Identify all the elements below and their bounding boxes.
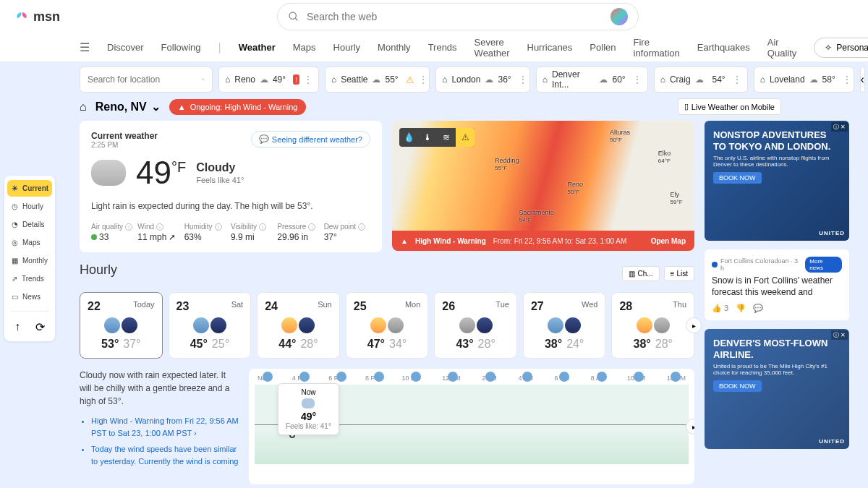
nav-weather[interactable]: Weather <box>239 42 276 53</box>
hourly-bullet[interactable]: Today the wind speeds have been similar … <box>91 443 239 467</box>
hourly-bullet[interactable]: High Wind - Warning from Fri 22, 9:56 AM… <box>91 415 239 439</box>
comment-icon[interactable]: 💬 <box>753 304 763 313</box>
ad-cta[interactable]: BOOK NOW <box>713 380 762 392</box>
nav-hurricanes[interactable]: Hurricanes <box>527 42 573 53</box>
more-icon[interactable]: ⋮ <box>304 74 312 85</box>
info-icon[interactable]: i <box>215 223 222 231</box>
day-card[interactable]: 23Sat45°25° <box>169 292 252 359</box>
map-wind-icon[interactable]: ≋ <box>437 128 456 147</box>
thumbs-down-icon[interactable]: 👎 <box>736 304 746 313</box>
home-icon: ⌂ <box>331 74 336 85</box>
rain-icon <box>299 372 310 382</box>
nav-fire[interactable]: Fire information <box>634 37 680 59</box>
sun-icon: ☀ <box>12 184 18 192</box>
nav-following[interactable]: Following <box>161 42 201 53</box>
svg-point-1 <box>203 79 204 80</box>
chart-tooltip: Now 49° Feels like: 41° <box>278 383 339 435</box>
side-details[interactable]: ◔Details <box>7 216 52 233</box>
more-icon[interactable]: ⋮ <box>733 74 741 85</box>
info-icon[interactable]: i <box>156 223 163 231</box>
info-icon[interactable]: i <box>358 223 365 231</box>
news-card[interactable]: Fort Collins Coloradoan · 3 h More news … <box>705 249 849 320</box>
search-icon <box>288 11 299 22</box>
ad-cta[interactable]: BOOK NOW <box>713 172 762 184</box>
nav-monthly[interactable]: Monthly <box>378 42 411 53</box>
day-card[interactable]: 26Tue43°28° <box>434 292 517 359</box>
ad-close-icon[interactable]: ⓘ ✕ <box>831 330 848 340</box>
map-city-label: Sacramento54°F <box>519 209 555 223</box>
nav-trends[interactable]: Trends <box>428 42 457 53</box>
nav-hourly[interactable]: Hourly <box>333 42 361 53</box>
days-next[interactable]: ▸ <box>686 317 702 333</box>
copilot-icon[interactable] <box>610 8 628 25</box>
feedback-link[interactable]: 💬 Seeing different weather? <box>251 131 370 147</box>
hourly-chart[interactable]: Today Sat 23 Now4 PM6 PM8 PM10 PM12 AM2 … <box>249 369 694 484</box>
day-card[interactable]: 27Wed38°24° <box>523 292 606 359</box>
nav-aq[interactable]: Air Quality <box>767 37 796 59</box>
nav-discover[interactable]: Discover <box>107 42 144 53</box>
msn-logo[interactable]: msn <box>14 9 60 25</box>
calendar-icon: ▦ <box>12 257 18 265</box>
scroll-top-icon[interactable]: ↑ <box>14 320 20 334</box>
view-list-button[interactable]: ≡List <box>664 266 694 281</box>
chips-prev[interactable]: ‹ <box>860 67 865 93</box>
ad-top[interactable]: ⓘ ✕ NONSTOP ADVENTURES TO TOKYO AND LOND… <box>705 121 849 241</box>
side-monthly[interactable]: ▦Monthly <box>7 252 52 269</box>
more-icon[interactable]: ⋮ <box>419 74 427 85</box>
current-label: Current weather <box>91 131 158 141</box>
location-chip[interactable]: ⌂Seattle☁55°⚠⋮ <box>325 67 430 93</box>
personalize-button[interactable]: ✧ Personalize <box>814 38 868 58</box>
thumbs-up-icon[interactable]: 👍 3 <box>712 304 728 313</box>
open-map-link[interactable]: Open Map <box>651 237 686 245</box>
side-maps[interactable]: ◎Maps <box>7 234 52 251</box>
nav-severe[interactable]: Severe Weather <box>475 37 510 59</box>
clock-icon: ◷ <box>12 202 18 210</box>
location-search-input[interactable] <box>88 74 196 85</box>
rain-icon <box>548 317 563 333</box>
nav-maps[interactable]: Maps <box>293 42 316 53</box>
side-hourly[interactable]: ◷Hourly <box>7 198 52 215</box>
map-alert-icon[interactable]: ⚠ <box>456 128 475 147</box>
pin-icon: ◎ <box>12 239 18 247</box>
search-input[interactable] <box>307 11 603 22</box>
location-search[interactable] <box>80 67 213 93</box>
ad-close-icon[interactable]: ⓘ ✕ <box>831 122 848 132</box>
info-icon[interactable]: i <box>125 223 132 231</box>
global-search[interactable] <box>277 3 639 30</box>
mobile-weather-link[interactable]: ▯ Live Weather on Mobile <box>678 98 781 115</box>
map-temp-icon[interactable]: 🌡 <box>418 128 437 147</box>
location-chip[interactable]: ⌂Loveland☁58°⋮ <box>754 67 854 93</box>
chevron-down-icon: ⌄ <box>151 100 161 114</box>
day-card[interactable]: 24Sun44°28° <box>257 292 340 359</box>
info-icon[interactable]: i <box>308 223 315 231</box>
wind-arrow-icon: ➚ <box>169 232 176 242</box>
more-icon[interactable]: ⋮ <box>519 74 527 85</box>
more-icon[interactable]: ⋮ <box>843 74 851 85</box>
hamburger-icon[interactable]: ☰ <box>80 40 90 54</box>
weather-map[interactable]: 💧 🌡 ≋ ⚠ Alturas50°FRedding55°FReno58°FSa… <box>392 121 694 251</box>
location-chip[interactable]: ⌂Craig☁54°⋮ <box>654 67 748 93</box>
nav-eq[interactable]: Earthquakes <box>697 42 750 53</box>
more-news-pill[interactable]: More news <box>805 257 842 273</box>
day-card[interactable]: 28Thu38°28° <box>611 292 694 359</box>
moon-icon <box>299 317 315 333</box>
location-chip[interactable]: ⌂London☁36°⋮ <box>435 67 530 93</box>
current-location[interactable]: Reno, NV ⌄ <box>95 100 161 114</box>
ongoing-warning-pill[interactable]: ▲ Ongoing: High Wind - Warning <box>169 99 307 115</box>
location-chip[interactable]: ⌂Denver Int...☁60°⋮ <box>536 67 648 93</box>
info-icon[interactable]: i <box>259 223 266 231</box>
day-card[interactable]: 25Mon47°34° <box>346 292 429 359</box>
day-card[interactable]: 22Today53°37° <box>80 292 163 359</box>
refresh-icon[interactable]: ⟳ <box>35 320 45 334</box>
view-chart-button[interactable]: ▥Ch... <box>622 266 659 281</box>
condition: Cloudy <box>196 161 244 174</box>
nav-pollen[interactable]: Pollen <box>590 42 616 53</box>
location-chip[interactable]: ⌂Reno☁49°!⋮ <box>218 67 319 93</box>
ad-bottom[interactable]: ⓘ ✕ DENVER'S MOST-FLOWN AIRLINE. United … <box>705 329 849 449</box>
map-precip-icon[interactable]: 💧 <box>399 128 418 147</box>
stat: Air quality i33 <box>91 223 137 242</box>
side-news[interactable]: ▭News <box>7 288 52 305</box>
more-icon[interactable]: ⋮ <box>633 74 642 85</box>
side-current[interactable]: ☀Current <box>7 180 52 197</box>
side-trends[interactable]: ⇗Trends <box>7 270 52 287</box>
